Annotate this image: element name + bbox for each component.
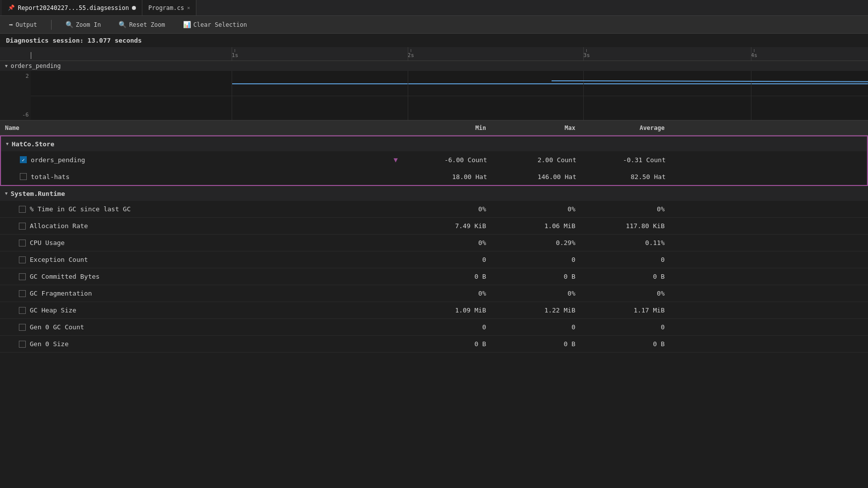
row-allocation-rate[interactable]: Allocation Rate 7.49 KiB 1.06 MiB 117.80… [0, 218, 868, 235]
chart-area[interactable]: 2 -6 [0, 71, 868, 121]
filter-icon-orders-pending[interactable]: ▼ [394, 156, 398, 164]
time-in-gc-name: % Time in GC since last GC [30, 205, 131, 213]
cpu-usage-min: 0% [397, 239, 486, 246]
checkbox-gc-fragmentation[interactable] [19, 290, 26, 297]
checkbox-cpu-usage[interactable] [19, 240, 26, 246]
gen0-gc-count-max: 0 [486, 323, 575, 331]
allocation-rate-min: 7.49 KiB [397, 222, 486, 230]
group-row-hatco[interactable]: ▼ HatCo.Store [1, 136, 867, 151]
gen0-size-name: Gen 0 Size [30, 340, 68, 348]
output-icon: ➡ [9, 21, 13, 29]
total-hats-avg: 82.50 Hat [576, 173, 666, 181]
ruler-tick-2s: 2s [408, 49, 414, 59]
name-cell-gen0-size: Gen 0 Size [5, 340, 397, 348]
gc-committed-bytes-avg: 0 B [575, 273, 665, 280]
gen0-size-min: 0 B [397, 340, 486, 348]
system-runtime-expand-icon[interactable]: ▼ [5, 191, 7, 196]
ruler-tick-4s: 4s [751, 49, 757, 59]
output-label: Output [15, 21, 37, 28]
chart-triangle-icon: ▼ [5, 63, 7, 68]
allocation-rate-name: Allocation Rate [30, 222, 88, 230]
toolbar: ➡ Output 🔍 Zoom In 🔍 Reset Zoom 📊 Clear … [0, 16, 868, 34]
session-label: Diagnostics session: 13.077 seconds [6, 37, 142, 44]
gen0-size-avg: 0 B [575, 340, 665, 348]
gc-committed-bytes-name: GC Committed Bytes [30, 273, 100, 280]
gen0-size-max: 0 B [486, 340, 575, 348]
chart-container: ▼ orders_pending 2 -6 [0, 61, 868, 121]
total-hats-name: total-hats [31, 173, 69, 181]
name-cell-allocation-rate: Allocation Rate [5, 222, 397, 230]
chart-svg [31, 71, 868, 120]
hatco-expand-icon[interactable]: ▼ [6, 141, 8, 146]
chart-group-name: orders_pending [10, 62, 61, 69]
close-icon[interactable]: ✕ [187, 5, 190, 10]
hatco-selection-box: ▼ HatCo.Store orders_pending ▼ -6.00 Cou… [0, 135, 868, 186]
total-hats-min: 18.00 Hat [398, 173, 487, 181]
row-gen0-gc-count[interactable]: Gen 0 GC Count 0 0 0 [0, 319, 868, 336]
col-header-min: Min [397, 124, 486, 131]
checkbox-gen0-size[interactable] [19, 341, 26, 348]
reset-zoom-button[interactable]: 🔍 Reset Zoom [115, 19, 169, 30]
name-cell-gc-heap-size: GC Heap Size [5, 306, 397, 314]
y-max-label: 2 [25, 73, 29, 79]
gc-heap-size-avg: 1.17 MiB [575, 306, 665, 314]
cpu-usage-avg: 0.11% [575, 239, 665, 246]
checkbox-total-hats[interactable] [20, 173, 27, 180]
clear-selection-button[interactable]: 📊 Clear Selection [179, 19, 251, 30]
checkbox-gc-committed-bytes[interactable] [19, 273, 26, 280]
chart-plot[interactable] [31, 71, 868, 120]
table-body: ▼ HatCo.Store orders_pending ▼ -6.00 Cou… [0, 135, 868, 485]
name-cell-time-in-gc: % Time in GC since last GC [5, 205, 397, 213]
tab-pin-icon: 📌 [8, 4, 15, 11]
name-cell-gc-fragmentation: GC Fragmentation [5, 290, 397, 297]
gc-fragmentation-name: GC Fragmentation [30, 290, 92, 297]
orders-pending-name: orders_pending [31, 156, 85, 164]
time-in-gc-max: 0% [486, 205, 575, 213]
row-gc-fragmentation[interactable]: GC Fragmentation 0% 0% 0% [0, 285, 868, 302]
zoom-in-button[interactable]: 🔍 Zoom In [62, 19, 105, 30]
col-header-name: Name [5, 124, 397, 131]
row-cpu-usage[interactable]: CPU Usage 0% 0.29% 0.11% [0, 235, 868, 251]
tab-diagsession[interactable]: 📌 Report20240227...55.diagsession [2, 0, 142, 15]
clear-selection-icon: 📊 [183, 21, 191, 28]
row-exception-count[interactable]: Exception Count 0 0 0 [0, 251, 868, 268]
checkbox-exception-count[interactable] [19, 256, 26, 263]
reset-zoom-label: Reset Zoom [129, 21, 165, 28]
name-cell-orders-pending: orders_pending ▼ [6, 156, 398, 164]
chart-y-axis: 2 -6 [0, 71, 31, 120]
exception-count-name: Exception Count [30, 256, 88, 263]
group-label-system-runtime: ▼ System.Runtime [5, 190, 397, 197]
col-header-max: Max [486, 124, 575, 131]
cpu-usage-max: 0.29% [486, 239, 575, 246]
row-orders-pending[interactable]: orders_pending ▼ -6.00 Count 2.00 Count … [1, 151, 867, 168]
cpu-usage-name: CPU Usage [30, 239, 64, 246]
orders-pending-avg: -0.31 Count [576, 156, 666, 164]
table-header: Name Min Max Average [0, 121, 868, 135]
exception-count-max: 0 [486, 256, 575, 263]
row-time-in-gc[interactable]: % Time in GC since last GC 0% 0% 0% [0, 201, 868, 218]
gc-fragmentation-max: 0% [486, 290, 575, 297]
row-total-hats[interactable]: total-hats 18.00 Hat 146.00 Hat 82.50 Ha… [1, 168, 867, 185]
group-row-system-runtime[interactable]: ▼ System.Runtime [0, 186, 868, 201]
checkbox-time-in-gc[interactable] [19, 206, 26, 213]
allocation-rate-max: 1.06 MiB [486, 222, 575, 230]
name-cell-cpu-usage: CPU Usage [5, 239, 397, 246]
row-gc-heap-size[interactable]: GC Heap Size 1.09 MiB 1.22 MiB 1.17 MiB [0, 302, 868, 319]
name-cell-total-hats: total-hats [6, 173, 398, 181]
tab-program[interactable]: Program.cs ✕ [142, 0, 196, 15]
checkbox-allocation-rate[interactable] [19, 223, 26, 230]
ruler-tick-1s: 1s [232, 49, 238, 59]
checkbox-gen0-gc-count[interactable] [19, 324, 26, 331]
row-gc-committed-bytes[interactable]: GC Committed Bytes 0 B 0 B 0 B [0, 268, 868, 285]
checkbox-orders-pending[interactable] [20, 156, 27, 163]
total-hats-max: 146.00 Hat [487, 173, 576, 181]
hatco-group-name: HatCo.Store [11, 140, 54, 148]
checkbox-gc-heap-size[interactable] [19, 307, 26, 314]
ruler-tick-3s: 3s [583, 49, 590, 59]
gc-committed-bytes-min: 0 B [397, 273, 486, 280]
row-gen0-size[interactable]: Gen 0 Size 0 B 0 B 0 B [0, 336, 868, 353]
tab-diag-label: Report20240227...55.diagsession [18, 4, 129, 11]
tab-modified-dot [132, 6, 136, 10]
output-button[interactable]: ➡ Output [5, 19, 41, 31]
allocation-rate-avg: 117.80 KiB [575, 222, 665, 230]
